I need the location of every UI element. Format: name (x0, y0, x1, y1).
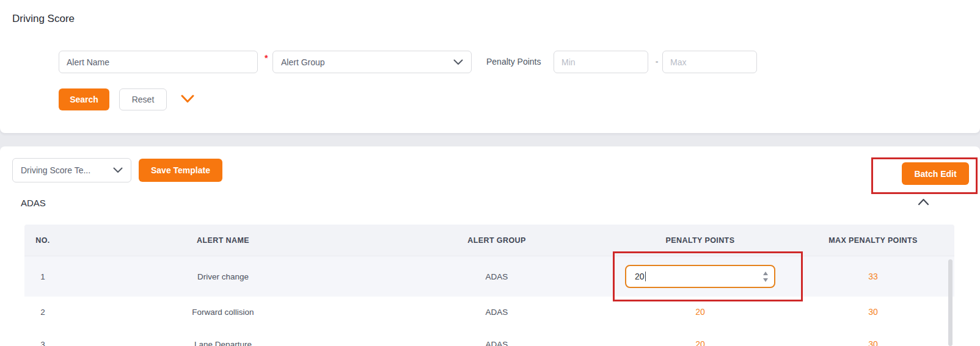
range-separator: - (651, 51, 662, 73)
spinner-down-icon[interactable] (763, 278, 768, 282)
search-button[interactable]: Search (59, 88, 109, 110)
table-row: 3 Lane Departure ADAS 20 30 (24, 327, 954, 346)
header-penalty-points: PENALTY POINTS (609, 225, 792, 256)
header-max-penalty-points: MAX PENALTY POINTS (792, 225, 954, 256)
cell-alert-group: ADAS (385, 327, 609, 346)
header-no: NO. (24, 225, 61, 256)
template-table-card: Driving Score Te... Save Template Batch … (0, 146, 980, 346)
batch-edit-button[interactable]: Batch Edit (902, 162, 969, 185)
expand-filters-chevron-down-icon[interactable] (181, 95, 194, 103)
cell-penalty-points[interactable]: 20 (609, 327, 792, 346)
table-row: 1 Driver change ADAS 20 33 (24, 256, 954, 297)
reset-button[interactable]: Reset (119, 88, 167, 110)
text-cursor (645, 272, 646, 281)
cell-penalty-points: 20 (609, 256, 792, 297)
driving-score-page: Driving Score * Alert Group Penalty Poin… (0, 0, 980, 346)
cell-no: 2 (24, 297, 61, 327)
header-alert-name: ALERT NAME (61, 225, 385, 256)
required-asterisk: * (265, 53, 268, 63)
cell-alert-name: Forward collision (61, 297, 385, 327)
penalty-points-input-value: 20 (635, 272, 645, 281)
table-scrollbar[interactable] (948, 259, 953, 346)
save-template-button[interactable]: Save Template (139, 159, 222, 182)
cell-max-penalty-points: 33 (792, 256, 954, 297)
penalty-points-input[interactable]: 20 (625, 265, 775, 288)
chevron-down-icon (453, 59, 463, 65)
cell-alert-name: Driver change (61, 256, 385, 297)
cell-alert-group: ADAS (385, 297, 609, 327)
template-select-value: Driving Score Te... (13, 165, 113, 175)
penalty-points-label: Penalty Points (486, 51, 541, 73)
cell-no: 3 (24, 327, 61, 346)
table-row: 2 Forward collision ADAS 20 30 (24, 297, 954, 327)
cell-alert-group: ADAS (385, 256, 609, 297)
table-header-row: NO. ALERT NAME ALERT GROUP PENALTY POINT… (24, 225, 954, 256)
section-title: ADAS (21, 198, 46, 208)
section-header: ADAS (0, 198, 980, 210)
page-title: Driving Score (12, 13, 75, 25)
cell-max-penalty-points: 30 (792, 327, 954, 346)
chevron-down-icon (113, 167, 123, 173)
number-spinner[interactable] (763, 266, 768, 287)
filter-card: Driving Score * Alert Group Penalty Poin… (0, 0, 980, 133)
cell-max-penalty-points: 30 (792, 297, 954, 327)
header-alert-group: ALERT GROUP (385, 225, 609, 256)
cell-alert-name: Lane Departure (61, 327, 385, 346)
penalty-points-min-input[interactable] (554, 51, 648, 73)
filter-form-row: * Alert Group Penalty Points - (0, 51, 980, 73)
cell-penalty-points[interactable]: 20 (609, 297, 792, 327)
alert-name-input[interactable] (59, 51, 258, 73)
template-select[interactable]: Driving Score Te... (12, 158, 131, 182)
cell-no: 1 (24, 256, 61, 297)
penalty-points-max-input[interactable] (662, 51, 757, 73)
chevron-up-icon[interactable] (918, 198, 929, 206)
spinner-up-icon[interactable] (763, 272, 768, 275)
alerts-table: NO. ALERT NAME ALERT GROUP PENALTY POINT… (24, 225, 954, 346)
alert-group-select[interactable]: Alert Group (272, 51, 472, 73)
alert-group-select-value: Alert Group (273, 57, 453, 67)
